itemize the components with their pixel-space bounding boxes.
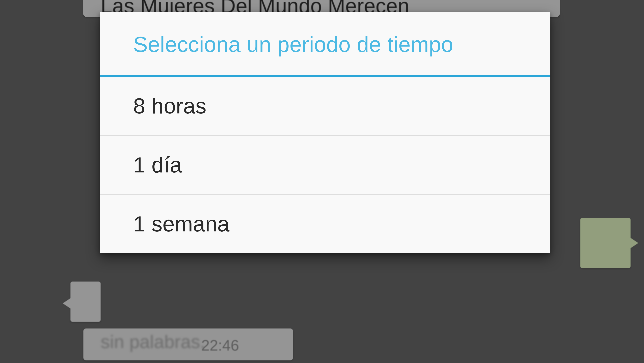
option-label: 1 semana	[133, 212, 230, 236]
dialog-title: Selecciona un periodo de tiempo	[100, 12, 550, 75]
option-label: 1 día	[133, 153, 182, 177]
option-1-week[interactable]: 1 semana	[100, 195, 550, 253]
option-1-day[interactable]: 1 día	[100, 136, 550, 195]
time-period-dialog: Selecciona un periodo de tiempo 8 horas …	[100, 12, 550, 253]
option-8-hours[interactable]: 8 horas	[100, 77, 550, 136]
dialog-title-divider	[100, 75, 550, 77]
app-stage: Las Mujeres Del Mundo Merecen sin palabr…	[0, 0, 644, 363]
option-label: 8 horas	[133, 94, 206, 118]
